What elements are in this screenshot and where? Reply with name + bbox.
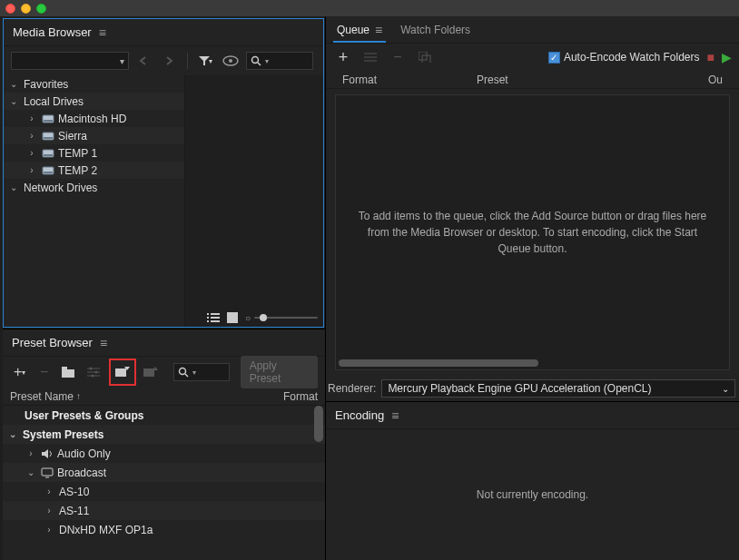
svg-rect-13 (211, 313, 220, 315)
encoding-title: Encoding (335, 408, 384, 422)
svg-rect-11 (44, 172, 53, 173)
media-browser-title: Media Browser (13, 25, 92, 39)
media-browser-search-input[interactable] (272, 55, 309, 66)
zoom-slider[interactable]: ○ (245, 313, 318, 323)
drive-icon (42, 131, 54, 142)
preset-browser-title: Preset Browser (12, 336, 93, 349)
svg-rect-20 (62, 367, 67, 370)
drive-icon (42, 148, 54, 159)
preset-item[interactable]: › AS-10 (3, 482, 325, 501)
preset-format-column[interactable]: Format (283, 390, 318, 403)
scrollbar-thumb[interactable] (339, 359, 538, 367)
preset-item[interactable]: › Audio Only (3, 444, 325, 463)
media-browser-search[interactable]: ▾ (246, 52, 313, 70)
svg-rect-19 (62, 369, 74, 378)
media-browser-panel: Media Browser ≡ ▾ ▾ (3, 18, 324, 328)
chevron-right-icon: › (25, 448, 37, 458)
queue-panel: Queue ≡ Watch Folders + − ✓ Auto-Encode … (326, 16, 739, 401)
chevron-right-icon: › (43, 506, 55, 516)
preset-column[interactable]: Preset (477, 74, 508, 86)
tree-favorites[interactable]: ⌄ Favorites (4, 75, 184, 93)
delete-preset-icon: − (34, 362, 54, 382)
svg-point-2 (252, 57, 259, 64)
svg-rect-7 (44, 137, 53, 139)
svg-rect-17 (211, 320, 220, 322)
chevron-down-icon: ⌄ (6, 429, 19, 439)
auto-encode-checkbox[interactable]: ✓ Auto-Encode Watch Folders (548, 51, 700, 64)
export-preset-icon (142, 362, 161, 382)
import-preset-icon[interactable] (113, 362, 133, 382)
import-preset-highlighted[interactable] (109, 359, 136, 386)
panel-menu-icon[interactable]: ≡ (375, 23, 382, 37)
queue-settings-icon (360, 47, 380, 67)
renderer-select[interactable]: Mercury Playback Engine GPU Acceleration… (381, 379, 735, 398)
apply-preset-button[interactable]: Apply Preset (241, 356, 318, 388)
list-view-icon[interactable] (207, 312, 220, 323)
tab-watch-folders[interactable]: Watch Folders (397, 18, 474, 41)
new-group-icon[interactable] (59, 362, 78, 382)
queue-drop-area[interactable]: To add items to the queue, click the Add… (335, 94, 730, 370)
maximize-window-button[interactable] (36, 4, 46, 14)
duplicate-icon (415, 47, 435, 67)
svg-rect-12 (207, 313, 209, 315)
preset-item[interactable]: › DNxHD MXF OP1a (3, 520, 325, 539)
queue-column-headers: Format Preset Ou (326, 71, 739, 89)
format-column[interactable]: Format (342, 74, 377, 86)
new-preset-icon[interactable]: +▾ (10, 362, 29, 382)
preset-name-column[interactable]: Preset Name ↑ (10, 390, 283, 403)
scrollbar-thumb[interactable] (314, 406, 323, 442)
svg-point-1 (229, 59, 232, 63)
search-icon (251, 55, 261, 66)
tree-drive-item[interactable]: › TEMP 1 (4, 144, 184, 162)
preset-group-system[interactable]: ⌄ System Presets (3, 425, 325, 444)
svg-rect-5 (44, 120, 53, 122)
preset-search[interactable]: ▾ (173, 363, 230, 381)
media-browser-path-select[interactable] (11, 52, 129, 70)
svg-rect-31 (42, 468, 53, 476)
media-browser-tree: ⌄ Favorites ⌄ Local Drives › Macintosh H… (4, 75, 185, 327)
start-queue-icon[interactable]: ▶ (722, 50, 732, 64)
broadcast-icon (41, 467, 54, 478)
svg-rect-27 (115, 368, 126, 377)
svg-rect-15 (211, 317, 220, 319)
tree-network-drives[interactable]: ⌄ Network Drives (4, 179, 184, 196)
tree-local-drives[interactable]: ⌄ Local Drives (4, 93, 184, 110)
chevron-down-icon: ⌄ (25, 467, 37, 477)
audio-icon (41, 448, 54, 459)
chevron-down-icon: ⌄ (7, 182, 20, 192)
nav-back-icon (134, 51, 154, 71)
thumbnail-view-icon[interactable] (227, 312, 238, 323)
drive-icon (42, 165, 54, 176)
remove-icon: − (388, 47, 408, 67)
preset-search-input[interactable] (200, 367, 225, 378)
close-window-button[interactable] (5, 4, 15, 14)
sort-asc-icon: ↑ (76, 391, 81, 401)
svg-point-29 (179, 368, 185, 375)
chevron-right-icon: › (25, 113, 38, 123)
preset-list: User Presets & Groups ⌄ System Presets ›… (3, 406, 325, 560)
preset-item[interactable]: › AS-11 (3, 501, 325, 520)
nav-forward-icon (160, 51, 180, 71)
svg-point-26 (91, 375, 94, 378)
minimize-window-button[interactable] (21, 4, 31, 14)
svg-rect-16 (207, 320, 209, 322)
output-column[interactable]: Ou (708, 74, 723, 86)
panel-menu-icon[interactable]: ≡ (391, 408, 399, 423)
tree-drive-item[interactable]: › Macintosh HD (4, 110, 184, 127)
filter-icon[interactable]: ▾ (195, 51, 215, 71)
preset-group-user[interactable]: User Presets & Groups (3, 406, 325, 425)
svg-point-24 (89, 368, 92, 370)
preset-browser-panel: Preset Browser ≡ +▾ − ▾ Apply Preset Pre… (3, 329, 325, 560)
checkbox-checked-icon: ✓ (548, 52, 560, 64)
tree-drive-item[interactable]: › Sierra (4, 127, 184, 144)
panel-menu-icon[interactable]: ≡ (100, 336, 107, 350)
chevron-down-icon: ⌄ (7, 96, 20, 106)
stop-queue-icon[interactable]: ■ (707, 50, 714, 64)
chevron-right-icon: › (25, 165, 38, 175)
tab-queue[interactable]: Queue ≡ (333, 17, 386, 42)
add-source-icon[interactable]: + (333, 47, 353, 67)
panel-menu-icon[interactable]: ≡ (99, 25, 106, 40)
tree-drive-item[interactable]: › TEMP 2 (4, 162, 184, 179)
preset-item[interactable]: ⌄ Broadcast (3, 463, 325, 482)
ingest-icon[interactable] (221, 51, 241, 71)
